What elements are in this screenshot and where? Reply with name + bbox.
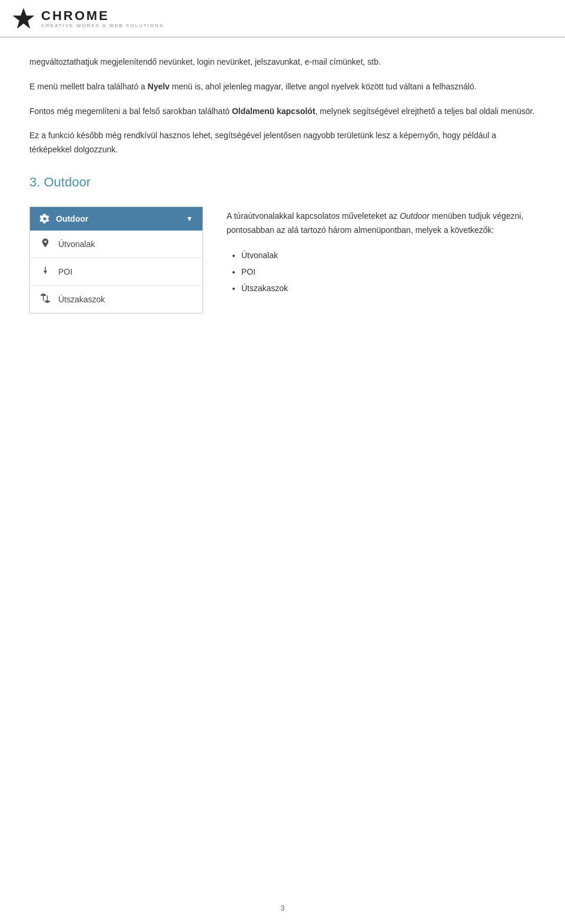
description-text1: A túraútvonalakkal kapcsolatos műveletek… (227, 211, 400, 221)
paragraph3-suffix: , melynek segítségével elrejthető a telj… (315, 106, 535, 116)
page-number: 3 (0, 903, 565, 912)
paragraph3-bold: Oldalmenü kapcsolót (232, 106, 315, 116)
chevron-down-icon: ▼ (186, 215, 193, 223)
gear-icon (39, 214, 50, 224)
bullet-list: Útvonalak POI Útszakaszok (227, 247, 536, 296)
logo-star-icon (12, 7, 35, 31)
description-paragraph: A túraútvonalakkal kapcsolatos műveletek… (227, 209, 536, 238)
menu-item-label-poi: POI (58, 267, 72, 276)
paragraph-4: Ez a funkció később még rendkívül haszno… (29, 129, 536, 157)
bullet-item-utszakaszok: Útszakaszok (241, 280, 536, 296)
paragraph2-suffix: menü is, ahol jelenleg magyar, illetve a… (170, 82, 476, 91)
outdoor-description: A túraútvonalakkal kapcsolatos műveletek… (227, 206, 536, 313)
section-heading: 3. Outdoor (29, 175, 536, 190)
brand-name: CHROME (41, 9, 164, 22)
paragraph2-bold: Nyelv (148, 82, 170, 91)
menu-header-left: Outdoor (39, 214, 88, 224)
menu-item-utvonalak[interactable]: Útvonalak (30, 231, 202, 258)
section-number: 3. (29, 175, 40, 189)
menu-header-label: Outdoor (56, 214, 88, 224)
paragraph3-prefix: Fontos még megemlíteni a bal felső sarok… (29, 106, 232, 116)
page-header: CHROME CREATIVE WORKS & WEB SOLUTIONS (0, 0, 565, 38)
menu-header[interactable]: Outdoor ▼ (30, 207, 202, 231)
paragraph2-prefix: E menü mellett balra található a (29, 82, 148, 91)
outdoor-demo: Outdoor ▼ Útvonalak (29, 206, 536, 313)
poi-icon (39, 265, 51, 278)
section-title: Outdoor (44, 175, 91, 189)
paragraph-1: megváltoztathatjuk megjelenítendő nevünk… (29, 55, 536, 69)
bullet-item-utvonalak: Útvonalak (241, 247, 536, 263)
road-icon (39, 293, 51, 306)
description-italic: Outdoor (400, 211, 430, 221)
logo-text: CHROME CREATIVE WORKS & WEB SOLUTIONS (41, 9, 164, 28)
logo-area: CHROME CREATIVE WORKS & WEB SOLUTIONS (12, 7, 164, 31)
brand-subtitle: CREATIVE WORKS & WEB SOLUTIONS (41, 24, 164, 28)
menu-item-label-utszakaszok: Útszakaszok (58, 295, 105, 304)
paragraph-2: E menü mellett balra található a Nyelv m… (29, 80, 536, 94)
bullet-item-poi: POI (241, 263, 536, 280)
main-content: megváltoztathatjuk megjelenítendő nevünk… (0, 38, 565, 337)
menu-panel: Outdoor ▼ Útvonalak (29, 206, 203, 313)
menu-item-poi[interactable]: POI (30, 258, 202, 286)
menu-item-utszakaszok[interactable]: Útszakaszok (30, 286, 202, 313)
menu-item-label-utvonalak: Útvonalak (58, 239, 95, 249)
svg-marker-0 (13, 8, 35, 29)
paragraph-3: Fontos még megemlíteni a bal felső sarok… (29, 105, 536, 119)
route-icon (39, 238, 51, 251)
